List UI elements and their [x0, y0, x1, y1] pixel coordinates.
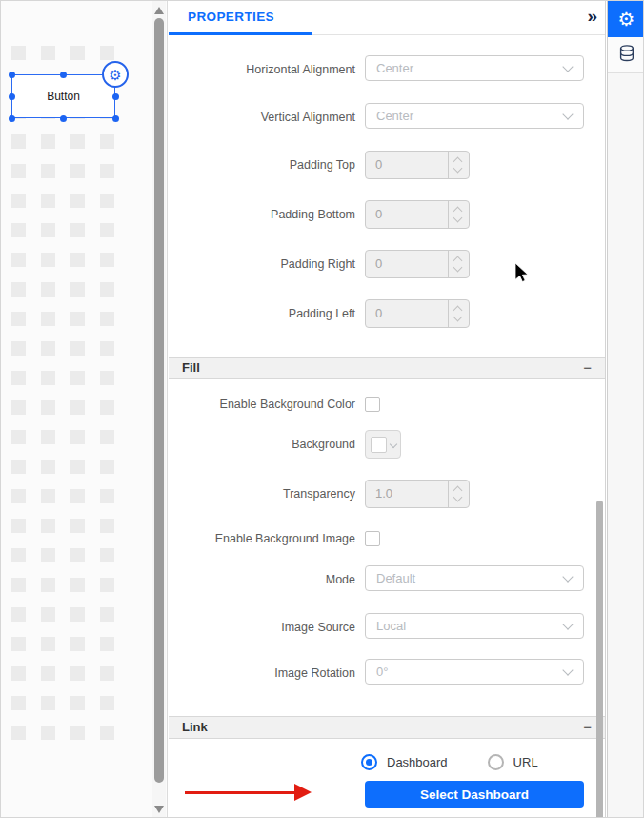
background-color-picker[interactable]	[365, 430, 401, 459]
gear-icon: ⚙	[618, 10, 635, 29]
grid-cell	[70, 371, 85, 385]
grid-cell	[11, 460, 26, 474]
panel-scrollbar-thumb[interactable]	[596, 501, 603, 818]
grid-cell	[100, 637, 114, 651]
spinner-buttons[interactable]	[448, 251, 469, 277]
spinner-value: 1.0	[375, 481, 392, 507]
chevron-down-icon	[562, 61, 573, 72]
scrollbar-thumb[interactable]	[154, 18, 164, 783]
transparency-spinner[interactable]: 1.0	[365, 480, 470, 508]
spinner-buttons[interactable]	[448, 152, 469, 178]
spinner-buttons[interactable]	[448, 300, 469, 327]
fill-section-header[interactable]: Fill −	[169, 357, 605, 379]
grid-cell	[11, 341, 26, 356]
padding-bottom-spinner[interactable]: 0	[365, 200, 470, 229]
grid-cell	[11, 194, 26, 208]
url-radio[interactable]	[488, 754, 504, 770]
grid-cell	[41, 489, 55, 503]
collapse-panel-icon[interactable]: »	[587, 6, 597, 27]
collapse-section-icon[interactable]: −	[583, 717, 592, 738]
field-label: Transparency	[169, 487, 355, 501]
grid-cell	[11, 696, 26, 710]
chevron-down-icon	[562, 619, 573, 629]
grid-cell	[11, 489, 26, 503]
spin-down-icon	[453, 313, 463, 322]
resize-handle-left-mid[interactable]	[9, 93, 15, 100]
field-row: Horizontal Alignment Center	[169, 55, 605, 84]
grid-cell	[70, 46, 85, 60]
radio-label: Dashboard	[387, 755, 448, 769]
canvas-scrollbar[interactable]	[152, 1, 166, 818]
button-widget[interactable]: Button	[11, 74, 115, 118]
grid-cell	[41, 696, 55, 710]
field-label: Mode	[169, 573, 355, 586]
side-toolbar: ⚙	[607, 1, 644, 818]
grid-cell	[70, 578, 85, 592]
grid-cell	[41, 548, 55, 562]
spinner-buttons[interactable]	[448, 481, 469, 507]
vertical-alignment-select[interactable]: Center	[365, 103, 584, 129]
horizontal-alignment-select[interactable]: Center	[365, 55, 584, 81]
grid-cell	[11, 548, 26, 562]
grid-cell	[100, 460, 114, 474]
resize-handle-bottom-left[interactable]	[9, 115, 15, 122]
grid-cell	[100, 341, 114, 356]
resize-handle-bottom-right[interactable]	[112, 115, 119, 122]
design-canvas[interactable]: Button ⚙	[1, 1, 168, 818]
grid-cell	[11, 400, 26, 415]
toolbar-data-button[interactable]	[608, 37, 644, 73]
grid-cell	[100, 282, 114, 297]
resize-handle-top-mid[interactable]	[60, 72, 67, 78]
panel-title: PROPERTIES	[188, 1, 274, 33]
select-dashboard-button[interactable]: Select Dashboard	[365, 781, 584, 808]
spin-down-icon	[453, 164, 463, 174]
field-label: Horizontal Alignment	[169, 63, 355, 76]
padding-right-spinner[interactable]: 0	[365, 250, 470, 278]
grid-cell	[11, 282, 26, 297]
grid-cell	[41, 400, 55, 415]
spinner-value: 0	[375, 300, 382, 327]
padding-left-spinner[interactable]: 0	[365, 299, 470, 328]
resize-handle-right-mid[interactable]	[112, 93, 119, 100]
grid-cell	[11, 607, 26, 622]
grid-cell	[41, 341, 55, 356]
resize-handle-top-left[interactable]	[9, 72, 15, 78]
resize-handle-bottom-mid[interactable]	[60, 115, 67, 122]
grid-cell	[70, 548, 85, 562]
toolbar-properties-button[interactable]: ⚙	[608, 1, 644, 37]
spinner-buttons[interactable]	[448, 201, 469, 228]
image-rotation-select[interactable]: 0°	[365, 659, 584, 685]
image-source-select[interactable]: Local	[365, 613, 584, 639]
link-section-header[interactable]: Link −	[169, 716, 605, 739]
dashboard-designer: Button ⚙ PROPERTIES » Horizontal Alignme	[0, 0, 644, 818]
field-row: Transparency 1.0	[169, 480, 605, 508]
grid-cell	[70, 253, 85, 267]
scroll-up-arrow[interactable]	[154, 7, 164, 14]
grid-cell	[70, 134, 85, 149]
grid-cell	[100, 430, 114, 444]
padding-top-spinner[interactable]: 0	[365, 151, 470, 179]
widget-settings-button[interactable]: ⚙	[102, 61, 129, 88]
field-label: Enable Background Color	[169, 398, 355, 411]
field-row: Enable Background Color	[169, 397, 605, 412]
grid-cell	[100, 164, 114, 178]
chevron-down-icon	[390, 440, 397, 448]
field-label: Padding Left	[169, 307, 355, 320]
enable-background-color-checkbox[interactable]	[365, 397, 380, 412]
grid-cell	[70, 164, 85, 178]
spin-down-icon	[453, 493, 463, 502]
enable-background-image-checkbox[interactable]	[365, 531, 380, 546]
grid-cell	[70, 666, 85, 681]
grid-cell	[70, 312, 85, 326]
scroll-down-arrow[interactable]	[154, 806, 164, 813]
collapse-section-icon[interactable]: −	[583, 358, 592, 378]
grid-cell	[41, 282, 55, 297]
link-type-radio-group: Dashboard URL	[361, 753, 538, 770]
mode-select[interactable]: Default	[365, 565, 584, 591]
grid-cell	[11, 134, 26, 149]
field-row: Enable Background Image	[169, 531, 605, 546]
field-row: Padding Bottom 0	[169, 200, 605, 229]
grid-cell	[11, 578, 26, 592]
dashboard-radio[interactable]	[361, 754, 377, 770]
grid-cell	[11, 637, 26, 651]
